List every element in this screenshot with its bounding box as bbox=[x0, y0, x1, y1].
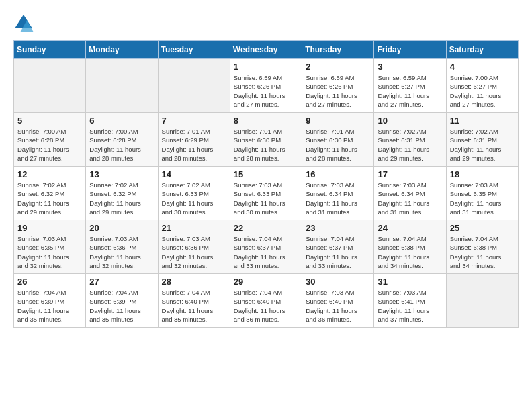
day-info: Sunrise: 7:02 AM Sunset: 6:31 PM Dayligh… bbox=[378, 127, 442, 163]
day-cell: 31Sunrise: 7:03 AM Sunset: 6:41 PM Dayli… bbox=[374, 274, 446, 328]
header-cell-thursday: Thursday bbox=[302, 41, 374, 59]
day-info: Sunrise: 7:03 AM Sunset: 6:35 PM Dayligh… bbox=[17, 234, 82, 270]
header-cell-sunday: Sunday bbox=[14, 41, 86, 59]
day-number: 25 bbox=[450, 223, 515, 233]
day-info: Sunrise: 7:03 AM Sunset: 6:35 PM Dayligh… bbox=[450, 181, 515, 216]
day-cell: 28Sunrise: 7:04 AM Sunset: 6:40 PM Dayli… bbox=[158, 274, 230, 328]
day-info: Sunrise: 7:04 AM Sunset: 6:38 PM Dayligh… bbox=[378, 234, 442, 270]
day-info: Sunrise: 7:02 AM Sunset: 6:31 PM Dayligh… bbox=[450, 127, 515, 163]
header-row: SundayMondayTuesdayWednesdayThursdayFrid… bbox=[14, 41, 519, 59]
day-info: Sunrise: 7:03 AM Sunset: 6:34 PM Dayligh… bbox=[378, 181, 442, 216]
day-cell: 17Sunrise: 7:03 AM Sunset: 6:34 PM Dayli… bbox=[374, 167, 446, 220]
day-cell bbox=[86, 59, 158, 113]
day-cell bbox=[446, 274, 518, 328]
header-cell-tuesday: Tuesday bbox=[158, 41, 230, 59]
day-number: 3 bbox=[378, 62, 442, 72]
day-number: 1 bbox=[234, 62, 298, 72]
header-cell-saturday: Saturday bbox=[446, 41, 518, 59]
day-cell: 3Sunrise: 6:59 AM Sunset: 6:27 PM Daylig… bbox=[374, 59, 446, 113]
day-cell: 18Sunrise: 7:03 AM Sunset: 6:35 PM Dayli… bbox=[446, 167, 518, 220]
logo-icon bbox=[13, 13, 34, 34]
day-number: 30 bbox=[306, 277, 370, 287]
day-number: 8 bbox=[234, 116, 298, 126]
day-cell: 24Sunrise: 7:04 AM Sunset: 6:38 PM Dayli… bbox=[374, 220, 446, 274]
day-info: Sunrise: 7:02 AM Sunset: 6:32 PM Dayligh… bbox=[89, 181, 154, 216]
header-cell-friday: Friday bbox=[374, 41, 446, 59]
day-cell: 29Sunrise: 7:04 AM Sunset: 6:40 PM Dayli… bbox=[230, 274, 302, 328]
day-info: Sunrise: 7:02 AM Sunset: 6:32 PM Dayligh… bbox=[17, 181, 82, 216]
day-cell: 9Sunrise: 7:01 AM Sunset: 6:30 PM Daylig… bbox=[302, 113, 374, 167]
day-number: 20 bbox=[89, 223, 154, 233]
day-info: Sunrise: 7:04 AM Sunset: 6:40 PM Dayligh… bbox=[162, 288, 226, 324]
day-info: Sunrise: 7:03 AM Sunset: 6:41 PM Dayligh… bbox=[378, 288, 442, 324]
day-cell: 25Sunrise: 7:04 AM Sunset: 6:38 PM Dayli… bbox=[446, 220, 518, 274]
day-cell: 27Sunrise: 7:04 AM Sunset: 6:39 PM Dayli… bbox=[86, 274, 158, 328]
day-number: 16 bbox=[306, 169, 370, 179]
day-cell: 23Sunrise: 7:04 AM Sunset: 6:37 PM Dayli… bbox=[302, 220, 374, 274]
logo bbox=[13, 13, 36, 34]
day-cell: 2Sunrise: 6:59 AM Sunset: 6:26 PM Daylig… bbox=[302, 59, 374, 113]
day-number: 5 bbox=[17, 116, 82, 126]
day-cell bbox=[158, 59, 230, 113]
day-number: 7 bbox=[162, 116, 226, 126]
day-number: 4 bbox=[450, 62, 515, 72]
day-info: Sunrise: 7:00 AM Sunset: 6:28 PM Dayligh… bbox=[89, 127, 154, 163]
day-info: Sunrise: 7:00 AM Sunset: 6:27 PM Dayligh… bbox=[450, 73, 515, 109]
day-number: 26 bbox=[17, 277, 82, 287]
header-cell-wednesday: Wednesday bbox=[230, 41, 302, 59]
day-info: Sunrise: 7:00 AM Sunset: 6:28 PM Dayligh… bbox=[17, 127, 82, 163]
day-info: Sunrise: 7:04 AM Sunset: 6:37 PM Dayligh… bbox=[306, 234, 370, 270]
header-cell-monday: Monday bbox=[86, 41, 158, 59]
day-cell: 8Sunrise: 7:01 AM Sunset: 6:30 PM Daylig… bbox=[230, 113, 302, 167]
page-header bbox=[13, 13, 519, 34]
day-number: 6 bbox=[89, 116, 154, 126]
day-cell: 26Sunrise: 7:04 AM Sunset: 6:39 PM Dayli… bbox=[14, 274, 86, 328]
calendar-body: 1Sunrise: 6:59 AM Sunset: 6:26 PM Daylig… bbox=[14, 59, 519, 328]
day-info: Sunrise: 7:04 AM Sunset: 6:37 PM Dayligh… bbox=[234, 234, 298, 270]
day-info: Sunrise: 6:59 AM Sunset: 6:26 PM Dayligh… bbox=[234, 73, 298, 109]
day-cell: 11Sunrise: 7:02 AM Sunset: 6:31 PM Dayli… bbox=[446, 113, 518, 167]
day-info: Sunrise: 7:02 AM Sunset: 6:33 PM Dayligh… bbox=[162, 181, 226, 216]
day-info: Sunrise: 7:04 AM Sunset: 6:39 PM Dayligh… bbox=[17, 288, 82, 324]
day-cell: 1Sunrise: 6:59 AM Sunset: 6:26 PM Daylig… bbox=[230, 59, 302, 113]
day-info: Sunrise: 6:59 AM Sunset: 6:27 PM Dayligh… bbox=[378, 73, 442, 109]
day-info: Sunrise: 7:04 AM Sunset: 6:39 PM Dayligh… bbox=[89, 288, 154, 324]
day-number: 15 bbox=[234, 169, 298, 179]
day-cell: 13Sunrise: 7:02 AM Sunset: 6:32 PM Dayli… bbox=[86, 167, 158, 220]
week-row-1: 1Sunrise: 6:59 AM Sunset: 6:26 PM Daylig… bbox=[14, 59, 519, 113]
day-cell bbox=[14, 59, 86, 113]
day-number: 18 bbox=[450, 169, 515, 179]
week-row-3: 12Sunrise: 7:02 AM Sunset: 6:32 PM Dayli… bbox=[14, 167, 519, 220]
day-cell: 6Sunrise: 7:00 AM Sunset: 6:28 PM Daylig… bbox=[86, 113, 158, 167]
calendar-header: SundayMondayTuesdayWednesdayThursdayFrid… bbox=[14, 41, 519, 59]
day-number: 24 bbox=[378, 223, 442, 233]
day-number: 9 bbox=[306, 116, 370, 126]
day-number: 10 bbox=[378, 116, 442, 126]
day-cell: 12Sunrise: 7:02 AM Sunset: 6:32 PM Dayli… bbox=[14, 167, 86, 220]
day-info: Sunrise: 7:01 AM Sunset: 6:30 PM Dayligh… bbox=[234, 127, 298, 163]
day-info: Sunrise: 7:01 AM Sunset: 6:29 PM Dayligh… bbox=[162, 127, 226, 163]
day-cell: 14Sunrise: 7:02 AM Sunset: 6:33 PM Dayli… bbox=[158, 167, 230, 220]
day-number: 2 bbox=[306, 62, 370, 72]
day-number: 28 bbox=[162, 277, 226, 287]
day-info: Sunrise: 7:03 AM Sunset: 6:40 PM Dayligh… bbox=[306, 288, 370, 324]
day-number: 22 bbox=[234, 223, 298, 233]
week-row-2: 5Sunrise: 7:00 AM Sunset: 6:28 PM Daylig… bbox=[14, 113, 519, 167]
day-cell: 16Sunrise: 7:03 AM Sunset: 6:34 PM Dayli… bbox=[302, 167, 374, 220]
day-info: Sunrise: 7:03 AM Sunset: 6:36 PM Dayligh… bbox=[89, 234, 154, 270]
day-info: Sunrise: 7:04 AM Sunset: 6:38 PM Dayligh… bbox=[450, 234, 515, 270]
day-info: Sunrise: 7:03 AM Sunset: 6:33 PM Dayligh… bbox=[234, 181, 298, 216]
week-row-4: 19Sunrise: 7:03 AM Sunset: 6:35 PM Dayli… bbox=[14, 220, 519, 274]
calendar-table: SundayMondayTuesdayWednesdayThursdayFrid… bbox=[13, 40, 519, 328]
day-info: Sunrise: 7:03 AM Sunset: 6:36 PM Dayligh… bbox=[162, 234, 226, 270]
day-cell: 30Sunrise: 7:03 AM Sunset: 6:40 PM Dayli… bbox=[302, 274, 374, 328]
day-info: Sunrise: 7:03 AM Sunset: 6:34 PM Dayligh… bbox=[306, 181, 370, 216]
day-number: 23 bbox=[306, 223, 370, 233]
day-info: Sunrise: 7:01 AM Sunset: 6:30 PM Dayligh… bbox=[306, 127, 370, 163]
day-cell: 21Sunrise: 7:03 AM Sunset: 6:36 PM Dayli… bbox=[158, 220, 230, 274]
day-info: Sunrise: 6:59 AM Sunset: 6:26 PM Dayligh… bbox=[306, 73, 370, 109]
day-number: 27 bbox=[89, 277, 154, 287]
day-number: 13 bbox=[89, 169, 154, 179]
day-cell: 15Sunrise: 7:03 AM Sunset: 6:33 PM Dayli… bbox=[230, 167, 302, 220]
day-info: Sunrise: 7:04 AM Sunset: 6:40 PM Dayligh… bbox=[234, 288, 298, 324]
